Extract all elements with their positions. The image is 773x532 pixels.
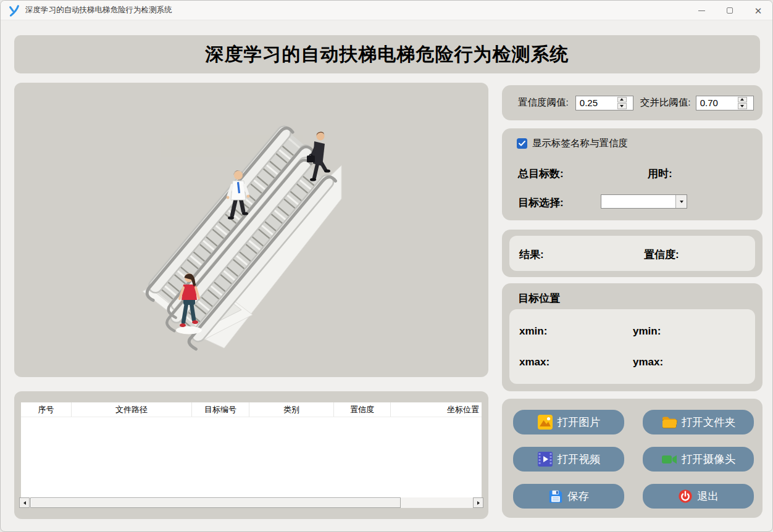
column-header-target-id[interactable]: 目标编号 (192, 402, 249, 417)
result-panel: 结果: 置信度: (502, 230, 763, 277)
target-select-value (601, 195, 675, 208)
spin-up-icon (620, 98, 624, 101)
horizontal-scrollbar[interactable] (19, 497, 483, 508)
open-folder-label: 打开文件夹 (682, 415, 736, 430)
open-image-button[interactable]: 打开图片 (513, 410, 624, 434)
thresholds-panel: 置信度阈值: 交并比阈值: (502, 85, 763, 120)
image-display-panel[interactable] (14, 83, 488, 377)
open-image-label: 打开图片 (558, 415, 601, 430)
scroll-left-button[interactable] (19, 497, 30, 508)
camera-icon (661, 451, 677, 467)
chevron-down-icon (680, 201, 683, 203)
ymin-label: ymin: (633, 325, 661, 338)
escalator-illustration (132, 106, 378, 353)
scrollbar-thumb[interactable] (30, 497, 401, 508)
target-select-label: 目标选择: (518, 196, 564, 210)
close-button[interactable]: ✕ (744, 1, 772, 20)
xmin-label: xmin: (519, 325, 547, 338)
video-icon (537, 451, 553, 467)
options-panel: 显示标签名称与置信度 总目标数: 用时: 目标选择: (502, 128, 763, 220)
spin-down-icon (620, 105, 624, 107)
exit-label: 退出 (697, 489, 719, 504)
window-controls: ✕ (687, 1, 772, 20)
spin-down-icon (740, 105, 744, 107)
table-header-row: 序号 文件路径 目标编号 类别 置信度 坐标位置 (21, 402, 482, 417)
column-header-index[interactable]: 序号 (21, 402, 72, 417)
open-folder-button[interactable]: 打开文件夹 (643, 410, 754, 434)
open-camera-button[interactable]: 打开摄像头 (643, 447, 754, 472)
ymax-label: ymax: (633, 356, 663, 368)
total-targets-label: 总目标数: (518, 167, 564, 181)
power-icon (678, 489, 693, 504)
results-table: 序号 文件路径 目标编号 类别 置信度 坐标位置 (21, 402, 482, 508)
column-header-confidence[interactable]: 置信度 (334, 402, 391, 417)
window-title: 深度学习的自动扶梯电梯危险行为检测系统 (25, 5, 172, 15)
minimize-button[interactable] (687, 1, 716, 20)
scroll-left-icon (23, 501, 26, 505)
target-position-title: 目标位置 (518, 291, 560, 305)
folder-icon (661, 414, 677, 430)
target-position-inner-panel: xmin: ymin: xmax: ymax: (509, 309, 755, 384)
show-labels-checkbox[interactable] (517, 138, 527, 149)
column-header-category[interactable]: 类别 (249, 402, 334, 417)
show-labels-checkbox-label[interactable]: 显示标签名称与置信度 (532, 137, 628, 150)
results-table-panel: 序号 文件路径 目标编号 类别 置信度 坐标位置 (14, 391, 488, 519)
save-icon (548, 489, 563, 504)
column-header-coords[interactable]: 坐标位置 (391, 402, 482, 417)
save-label: 保存 (567, 489, 589, 504)
open-camera-label: 打开摄像头 (682, 452, 736, 467)
column-header-filepath[interactable]: 文件路径 (72, 402, 192, 417)
spin-up-icon (740, 98, 744, 101)
result-label: 结果: (519, 247, 544, 262)
image-icon (537, 414, 553, 430)
result-confidence-label: 置信度: (644, 247, 679, 262)
check-icon (519, 141, 525, 146)
save-button[interactable]: 保存 (513, 484, 624, 509)
target-position-panel: 目标位置 xmin: ymin: xmax: ymax: (502, 283, 763, 391)
iou-spin-down-button[interactable] (738, 103, 747, 109)
minimize-icon (698, 10, 705, 11)
titlebar: 深度学习的自动扶梯电梯危险行为检测系统 ✕ (1, 1, 772, 20)
scrollbar-track[interactable] (30, 497, 473, 508)
scroll-right-button[interactable] (473, 497, 483, 508)
conf-spin-up-button[interactable] (617, 97, 627, 103)
table-body-empty (21, 417, 482, 497)
actions-panel: 打开图片 打开文件夹 打开视频 (502, 399, 763, 518)
iou-threshold-label: 交并比阈值: (640, 96, 691, 109)
xmax-label: xmax: (519, 356, 549, 368)
result-inner-panel: 结果: 置信度: (509, 236, 755, 271)
header-banner: 深度学习的自动扶梯电梯危险行为检测系统 (14, 35, 760, 73)
time-used-label: 用时: (648, 167, 672, 181)
conf-threshold-label: 置信度阈值: (518, 96, 569, 109)
conf-spin-down-button[interactable] (617, 103, 627, 109)
iou-threshold-input[interactable] (696, 96, 737, 110)
app-logo-icon (8, 4, 20, 17)
conf-threshold-input[interactable] (576, 96, 617, 110)
maximize-icon (727, 7, 733, 14)
conf-threshold-spinbox (575, 96, 633, 110)
exit-button[interactable]: 退出 (643, 484, 754, 509)
dropdown-arrow-button[interactable] (675, 195, 687, 208)
scroll-right-icon (477, 501, 480, 505)
app-window: 深度学习的自动扶梯电梯危险行为检测系统 ✕ 深度学习的自动扶梯电梯危险行为检测系… (0, 0, 773, 532)
open-video-button[interactable]: 打开视频 (513, 447, 624, 472)
page-title: 深度学习的自动扶梯电梯危险行为检测系统 (206, 42, 569, 67)
iou-spin-up-button[interactable] (738, 97, 747, 103)
open-video-label: 打开视频 (558, 452, 601, 467)
maximize-button[interactable] (716, 1, 744, 20)
target-select-dropdown[interactable] (601, 194, 687, 209)
iou-threshold-spinbox (696, 96, 754, 110)
close-icon: ✕ (754, 6, 763, 15)
